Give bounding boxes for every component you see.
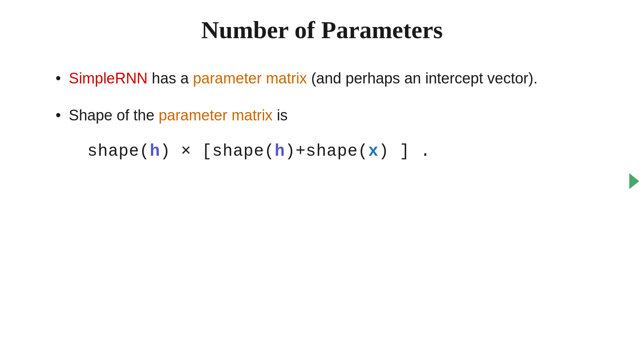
code-block: shape(h) × [shape(h)+shape(x) ] . (87, 142, 612, 161)
content-area: • SimpleRNN has a parameter matrix (and … (32, 68, 612, 161)
code-x: x (368, 142, 379, 161)
slide-title: Number of Parameters (32, 16, 612, 44)
bullet1-part4: (and perhaps an intercept vector). (311, 70, 538, 87)
bullet-item-2: • Shape of the parameter matrix is (56, 105, 612, 126)
bullet-dot-1: • (56, 68, 61, 89)
bullet-item-1: • SimpleRNN has a parameter matrix (and … (56, 68, 612, 89)
simple-rnn-text: SimpleRNN (69, 70, 147, 87)
code-middle: ) × [shape( (160, 142, 274, 161)
bullet1-part2: has a (152, 70, 193, 87)
bullet-dot-2: • (56, 105, 61, 126)
parameter-matrix-text-2: parameter matrix (158, 107, 272, 124)
parameter-matrix-text-1: parameter matrix (193, 70, 307, 87)
code-plus: )+shape( (285, 142, 368, 161)
slide-container: Number of Parameters • SimpleRNN has a p… (0, 0, 644, 362)
code-h2: h (275, 142, 285, 161)
arrow-icon (629, 173, 639, 189)
bullet-text-1: SimpleRNN has a parameter matrix (and pe… (69, 68, 612, 89)
bullet2-part1: Shape of the (69, 107, 158, 124)
code-suffix: ) ] . (379, 142, 431, 161)
code-h1: h (150, 142, 160, 161)
bullet2-part3: is (277, 107, 287, 124)
code-prefix: shape( (87, 142, 150, 161)
next-slide-arrow[interactable] (628, 169, 640, 193)
bullet-text-2: Shape of the parameter matrix is (69, 105, 612, 126)
